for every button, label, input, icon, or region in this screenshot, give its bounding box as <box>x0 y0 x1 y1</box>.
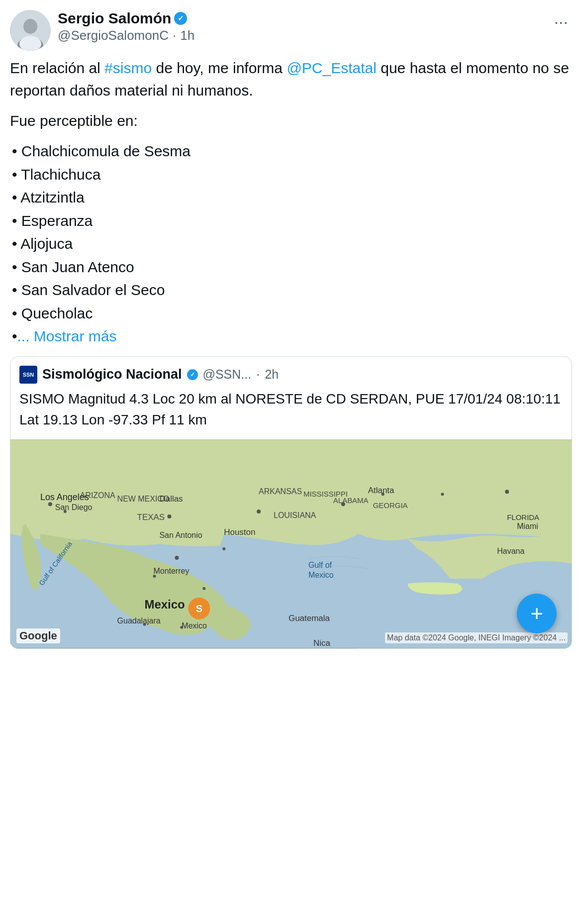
svg-text:San Antonio: San Antonio <box>159 531 202 539</box>
svg-point-9 <box>257 510 261 513</box>
text-mid: de hoy, me informa <box>152 60 287 76</box>
tweet-container: Sergio Salomón ✓ @SergioSalomonC · 1h ··… <box>0 0 582 649</box>
svg-text:Houston: Houston <box>224 527 255 537</box>
svg-text:Miami: Miami <box>517 522 538 530</box>
svg-text:Atlanta: Atlanta <box>368 486 394 495</box>
list-item-show-more[interactable]: •... Mostrar más <box>10 325 572 348</box>
svg-text:Havana: Havana <box>497 546 524 555</box>
mention-pc-estatal[interactable]: @PC_Estatal <box>287 60 377 76</box>
tweet-text: En relación al #sismo de hoy, me informa… <box>10 57 572 102</box>
svg-text:S: S <box>196 603 202 614</box>
quoted-tweet[interactable]: SSN Sismológico Nacional ✓ @SSN... · 2h … <box>10 356 572 649</box>
quoted-time: 2h <box>265 367 279 382</box>
quoted-header: SSN Sismológico Nacional ✓ @SSN... · 2h <box>10 357 572 389</box>
time-separator: · <box>173 28 176 43</box>
quoted-author-name[interactable]: Sismológico Nacional <box>42 367 182 382</box>
list-item: • Tlachichuca <box>10 163 572 187</box>
svg-text:TEXAS: TEXAS <box>137 513 165 522</box>
ssn-logo: SSN <box>19 366 37 384</box>
author-name[interactable]: Sergio Salomón <box>58 10 171 27</box>
svg-point-43 <box>180 625 183 628</box>
svg-text:Guadalajara: Guadalajara <box>117 616 161 624</box>
svg-text:Mexico: Mexico <box>182 621 207 629</box>
svg-point-12 <box>441 493 444 496</box>
hashtag-sismo[interactable]: #sismo <box>104 60 152 76</box>
svg-text:Mexico: Mexico <box>308 570 334 579</box>
perceptible-label: Fue perceptible en: <box>10 109 572 132</box>
locations-list: • Chalchicomula de Sesma • Tlachichuca •… <box>10 140 572 348</box>
quoted-handle[interactable]: @SSN... <box>203 367 252 382</box>
svg-text:GEORGIA: GEORGIA <box>373 501 408 510</box>
list-item: • Atzitzintla <box>10 186 572 209</box>
tweet-time: 1h <box>180 28 194 43</box>
svg-text:Nica: Nica <box>313 638 330 647</box>
svg-point-14 <box>175 555 179 559</box>
map-copyright: Map data ©2024 Google, INEGI Imagery ©20… <box>385 632 568 643</box>
svg-point-8 <box>167 514 171 518</box>
author-info: Sergio Salomón ✓ @SergioSalomonC · 1h <box>58 10 543 43</box>
svg-text:FLORIDA: FLORIDA <box>507 513 539 521</box>
svg-text:Monterrey: Monterrey <box>153 566 189 575</box>
svg-text:ARKANSAS: ARKANSAS <box>259 487 302 496</box>
compose-fab-button[interactable]: + <box>517 594 557 633</box>
svg-text:San Diego: San Diego <box>55 503 93 512</box>
svg-text:LOUISIANA: LOUISIANA <box>274 511 316 519</box>
more-options-button[interactable]: ··· <box>550 10 572 33</box>
svg-point-41 <box>143 622 146 625</box>
quoted-time-separator: · <box>256 367 260 382</box>
quoted-verified-icon: ✓ <box>187 369 198 380</box>
author-handle[interactable]: @SergioSalomonC <box>58 28 169 43</box>
list-item: • Aljojuca <box>10 232 572 256</box>
svg-text:Guatemala: Guatemala <box>289 613 330 622</box>
svg-point-15 <box>222 547 225 550</box>
show-more-link[interactable]: ... Mostrar más <box>17 328 117 344</box>
tweet-body: En relación al #sismo de hoy, me informa… <box>10 57 572 649</box>
list-item: • San Salvador el Seco <box>10 279 572 302</box>
map-container: Los Angeles ARIZONA NEW MEXICO San Diego… <box>10 439 572 648</box>
svg-point-13 <box>505 490 509 494</box>
list-item: • San Juan Atenco <box>10 256 572 279</box>
fab-plus-icon: + <box>530 601 543 626</box>
quoted-text: SISMO Magnitud 4.3 Loc 20 km al NORESTE … <box>10 389 572 439</box>
list-item: • Chalchicomula de Sesma <box>10 140 572 163</box>
map-svg: Los Angeles ARIZONA NEW MEXICO San Diego… <box>10 439 572 648</box>
map-google-label: Google <box>16 628 60 643</box>
svg-point-6 <box>48 502 52 506</box>
list-item: • Quecholac <box>10 302 572 325</box>
svg-text:Dallas: Dallas <box>159 494 183 504</box>
svg-point-1 <box>23 19 37 34</box>
list-item: • Esperanza <box>10 209 572 233</box>
svg-text:ARIZONA: ARIZONA <box>80 491 115 500</box>
svg-text:ALABAMA: ALABAMA <box>333 496 369 505</box>
ssn-logo-text: SSN <box>23 372 34 378</box>
svg-text:Gulf of: Gulf of <box>308 560 332 569</box>
svg-text:Mexico: Mexico <box>145 597 185 611</box>
avatar[interactable] <box>10 10 51 51</box>
svg-point-17 <box>202 587 205 590</box>
verified-icon: ✓ <box>174 12 187 25</box>
tweet-header: Sergio Salomón ✓ @SergioSalomonC · 1h ··… <box>10 10 572 51</box>
text-intro: En relación al <box>10 60 104 76</box>
